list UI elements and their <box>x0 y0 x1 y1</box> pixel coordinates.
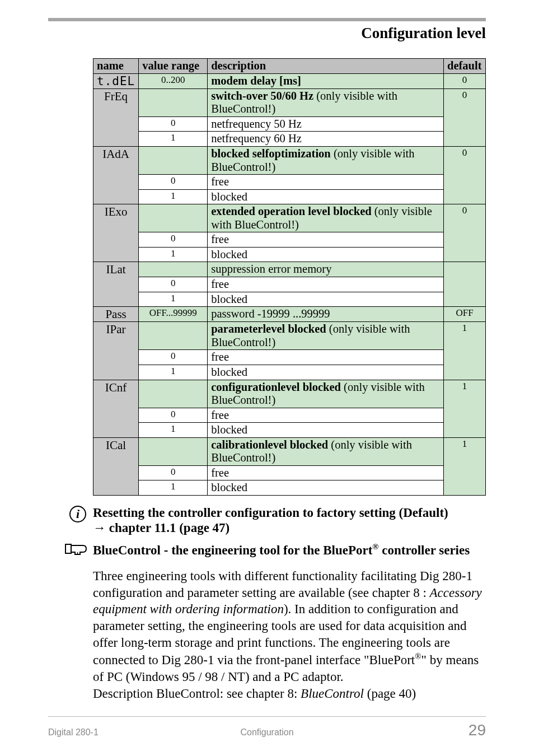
value-range: 0 <box>139 277 208 292</box>
default-value: 0 <box>444 73 486 88</box>
value-range: 0..200 <box>139 73 208 88</box>
footer-page-number: 29 <box>340 721 486 739</box>
hand-point-icon <box>65 541 88 561</box>
reg-mark-icon: ® <box>372 542 378 551</box>
th-name: name <box>93 59 139 74</box>
param-name: ILat <box>93 262 139 307</box>
page-header: Configuration level <box>361 25 486 42</box>
description: parameterlevel blocked (only visible wit… <box>208 322 444 350</box>
description: blocked selfoptimization (only visible w… <box>208 146 444 174</box>
value-range <box>139 88 208 116</box>
description: blocked <box>208 292 444 307</box>
description: blocked <box>208 189 444 204</box>
body1-a: Three engineering tools with different f… <box>93 569 472 600</box>
description: free <box>208 175 444 190</box>
value-range: 0 <box>139 232 208 248</box>
reg-mark-icon: ® <box>415 652 421 661</box>
description: modem delay [ms] <box>208 73 444 88</box>
description: blocked <box>208 365 444 380</box>
default-value: 0 <box>444 146 486 204</box>
description: password -19999 ...99999 <box>208 307 444 322</box>
value-range <box>139 262 208 277</box>
value-range <box>139 146 208 174</box>
description: netfrequency 60 Hz <box>208 132 444 147</box>
description: suppression error memory <box>208 262 444 277</box>
description: blocked <box>208 247 444 262</box>
arrow-icon: → <box>93 520 106 535</box>
value-range: 0 <box>139 175 208 190</box>
value-range: 1 <box>139 132 208 147</box>
note1-line2: chapter 11.1 (page 47) <box>106 521 229 535</box>
value-range: OFF...99999 <box>139 307 208 322</box>
description: calibrationlevel blocked (only visible w… <box>208 437 444 465</box>
value-range: 0 <box>139 350 208 365</box>
param-name: IAdA <box>93 146 139 204</box>
value-range <box>139 380 208 408</box>
default-value: 1 <box>444 380 486 437</box>
note2-post: controller series <box>379 543 470 557</box>
param-name: FrEq <box>93 88 139 146</box>
param-name: t.dEL <box>93 73 139 88</box>
param-name: Pass <box>93 307 139 322</box>
body2-ital: BlueControl <box>301 687 364 701</box>
param-name: ICal <box>93 437 139 495</box>
th-desc: description <box>208 59 444 74</box>
config-table: name value range description default t.d… <box>93 58 486 496</box>
description: switch-over 50/60 Hz (only visible with … <box>208 88 444 116</box>
description: free <box>208 277 444 292</box>
default-value: 1 <box>444 322 486 380</box>
value-range: 1 <box>139 423 208 438</box>
description: blocked <box>208 480 444 496</box>
description: free <box>208 408 444 423</box>
value-range: 0 <box>139 465 208 480</box>
body2-b: (page 40) <box>364 687 416 701</box>
th-vr: value range <box>139 59 208 74</box>
value-range: 0 <box>139 408 208 423</box>
main-content: name value range description default t.d… <box>93 58 486 702</box>
note-reset: i Resetting the controller configuration… <box>93 506 486 535</box>
param-name: IPar <box>93 322 139 380</box>
description: extended operation level blocked (only v… <box>208 204 444 232</box>
note1-line1: Resetting the controller configuration t… <box>93 506 448 520</box>
param-name: IExo <box>93 204 139 262</box>
th-def: default <box>444 59 486 74</box>
top-rule <box>48 18 486 21</box>
description: free <box>208 350 444 365</box>
description: free <box>208 232 444 248</box>
note2-pre: BlueControl - the engineering tool for t… <box>93 543 372 557</box>
default-value: 0 <box>444 204 486 262</box>
description: free <box>208 465 444 480</box>
description: configurationlevel blocked (only visible… <box>208 380 444 408</box>
description: blocked <box>208 423 444 438</box>
value-range: 0 <box>139 116 208 132</box>
default-value: 0 <box>444 88 486 146</box>
value-range <box>139 437 208 465</box>
svg-rect-0 <box>65 544 71 553</box>
body-paragraph-1: Three engineering tools with different f… <box>93 568 486 702</box>
value-range: 1 <box>139 247 208 262</box>
value-range: 1 <box>139 480 208 496</box>
note-bluecontrol: BlueControl - the engineering tool for t… <box>93 542 486 558</box>
default-value: OFF <box>444 307 486 322</box>
value-range: 1 <box>139 365 208 380</box>
footer-left: Digital 280-1 <box>48 727 194 738</box>
footer-center: Configuration <box>194 727 340 738</box>
value-range: 1 <box>139 292 208 307</box>
value-range <box>139 204 208 232</box>
body2-a: Description BlueControl: see chapter 8: <box>93 687 301 701</box>
value-range <box>139 322 208 350</box>
info-icon: i <box>69 506 86 522</box>
value-range: 1 <box>139 189 208 204</box>
description: netfrequency 50 Hz <box>208 116 444 132</box>
param-name: ICnf <box>93 380 139 437</box>
page-footer: Digital 280-1 Configuration 29 <box>48 716 486 739</box>
default-value: 1 <box>444 437 486 495</box>
default-value <box>444 262 486 307</box>
